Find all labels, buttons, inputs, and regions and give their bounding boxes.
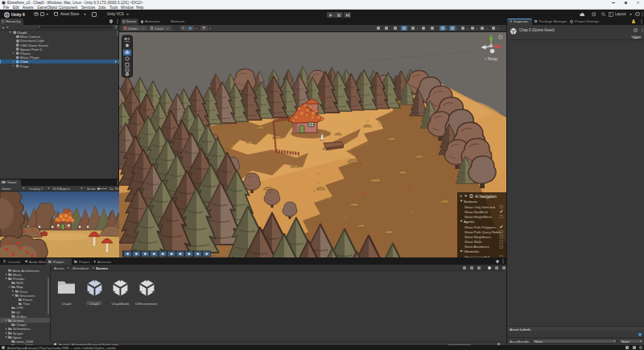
svg-text:Obstacles: Obstacles (464, 249, 479, 253)
svg-text:Agents: Agents (464, 220, 474, 224)
svg-text:Show Neighbours: Show Neighbours (464, 235, 491, 239)
svg-text:Show NavMesh: Show NavMesh (464, 210, 489, 214)
svg-text:Show Only Selected: Show Only Selected (464, 205, 495, 209)
svg-text:Show HeightMesh: Show HeightMesh (464, 215, 493, 219)
svg-text:Show Walls: Show Walls (464, 240, 482, 244)
svg-text:Show Path Polygons: Show Path Polygons (464, 225, 496, 229)
svg-text:Show Avoidance: Show Avoidance (464, 245, 490, 249)
svg-text:Show Path Query Nodes: Show Path Query Nodes (464, 230, 502, 234)
svg-text:< Persp: < Persp (485, 57, 497, 61)
svg-text:Surfaces: Surfaces (464, 200, 477, 204)
svg-text:AI Navigation: AI Navigation (475, 195, 497, 199)
